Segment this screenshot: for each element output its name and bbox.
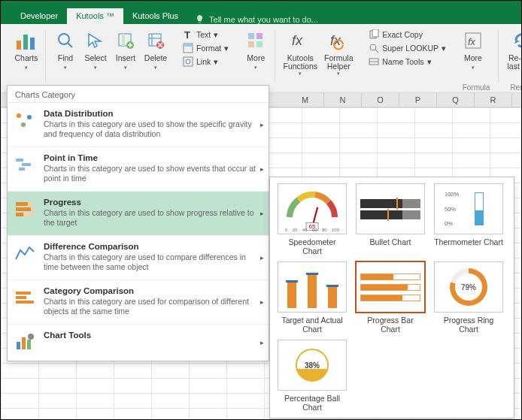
speedometer-icon <box>282 187 342 220</box>
svg-text:fx: fx <box>292 33 303 48</box>
svg-rect-15 <box>184 57 193 66</box>
chevron-right-icon: ▸ <box>260 254 264 261</box>
category-difference-comparison[interactable]: Difference ComparisonCharts in this cate… <box>8 236 269 280</box>
select-button[interactable]: Select▾ <box>80 27 111 71</box>
formula-helper-icon: fx <box>326 29 351 53</box>
chart-tools-icon <box>14 331 36 353</box>
chart-target-actual[interactable]: Target and Actual Chart <box>276 261 348 334</box>
title-bar <box>1 1 521 7</box>
svg-rect-46 <box>17 342 20 349</box>
text-icon: T <box>183 29 193 40</box>
svg-rect-1 <box>23 35 28 50</box>
more2-button[interactable]: fx More▾ <box>458 27 488 71</box>
format-button[interactable]: Format ▾ <box>180 42 232 54</box>
chart-bullet[interactable]: Bullet Chart <box>354 183 426 255</box>
svg-rect-14 <box>184 44 193 47</box>
svg-rect-34 <box>16 159 23 162</box>
tab-kutools[interactable]: Kutools ™ <box>67 8 123 24</box>
exact-copy-button[interactable]: Exact Copy <box>366 29 449 41</box>
more-icon <box>244 29 268 53</box>
svg-rect-47 <box>22 337 26 349</box>
insert-button[interactable]: Insert▾ <box>111 27 141 71</box>
svg-point-49 <box>28 334 34 340</box>
svg-point-32 <box>27 115 32 119</box>
name-tools-button[interactable]: Name Tools ▾ <box>366 56 449 68</box>
svg-point-16 <box>186 59 190 64</box>
delete-button[interactable]: Delete▾ <box>141 27 171 71</box>
super-lookup-button[interactable]: Super LOOKUP ▾ <box>366 42 449 54</box>
select-icon <box>83 29 108 53</box>
svg-rect-17 <box>248 33 254 39</box>
charts-icon <box>14 29 38 53</box>
difference-icon <box>14 242 36 264</box>
charts-category-title: Charts Category <box>8 86 269 103</box>
more-button[interactable]: More▾ <box>241 27 271 71</box>
svg-point-3 <box>59 34 69 44</box>
tab-developer[interactable]: Developer <box>11 8 67 24</box>
category-data-distribution[interactable]: Data DistributionCharts in this category… <box>8 103 269 147</box>
chart-progress-ring[interactable]: 79% Progress Ring Chart <box>432 261 505 334</box>
svg-line-4 <box>68 43 72 47</box>
category-chart-tools[interactable]: Chart Tools ▸ <box>8 325 269 361</box>
chart-speedometer[interactable]: 65 020406080100 Speedometer Chart <box>276 183 348 255</box>
svg-rect-35 <box>22 163 31 166</box>
chart-progress-bar[interactable]: Progress Bar Chart <box>354 261 426 334</box>
name-icon <box>369 56 379 67</box>
rerun-button[interactable]: Re-run last utili <box>503 27 522 71</box>
svg-point-33 <box>21 122 26 127</box>
format-icon <box>183 43 193 53</box>
svg-rect-0 <box>17 41 21 50</box>
chevron-right-icon: ▸ <box>260 121 264 128</box>
category-category-comparison[interactable]: Category ComparisonCharts in this catego… <box>8 280 269 325</box>
tell-me-search[interactable]: Tell me what you want to do... <box>195 14 318 24</box>
svg-rect-38 <box>16 202 28 206</box>
category-progress[interactable]: ProgressCharts in this category are used… <box>8 192 269 236</box>
svg-rect-19 <box>248 41 254 47</box>
progress-icon <box>14 198 36 220</box>
formula-group-label: Formula <box>454 83 499 92</box>
svg-rect-43 <box>16 292 31 295</box>
bulb-icon <box>195 14 205 24</box>
svg-rect-2 <box>30 38 35 50</box>
link-icon <box>183 56 193 67</box>
insert-icon <box>114 29 138 53</box>
chevron-right-icon: ▸ <box>260 298 264 306</box>
svg-rect-40 <box>16 207 31 211</box>
svg-point-31 <box>17 113 21 118</box>
tab-strip: Developer Kutools ™ Kutools Plus Tell me… <box>1 7 521 24</box>
formula-helper-button[interactable]: fx Formula Helper ▾ <box>320 27 357 77</box>
chevron-right-icon: ▸ <box>260 165 264 173</box>
charts-button[interactable]: Charts▾ <box>11 27 41 71</box>
kutools-functions-button[interactable]: fx Kutools Functions ▾ <box>280 27 320 77</box>
tab-kutools-plus[interactable]: Kutools Plus <box>123 8 187 24</box>
text-button[interactable]: TText ▾ <box>180 29 232 41</box>
fx-icon: fx <box>288 29 312 53</box>
svg-rect-48 <box>27 340 31 349</box>
ribbon: Charts▾ Find▾ Select▾ Insert▾ Delete▾ <box>1 24 521 93</box>
svg-rect-6 <box>122 34 125 46</box>
progress-charts-flyout: 65 020406080100 Speedometer Chart Bullet… <box>269 177 514 418</box>
delete-icon <box>144 29 168 53</box>
tell-me-placeholder: Tell me what you want to do... <box>209 15 318 24</box>
chart-thermometer[interactable]: 100%50%0% Thermometer Chart <box>432 183 505 255</box>
data-distribution-icon <box>14 109 36 131</box>
svg-line-26 <box>375 50 378 53</box>
charts-category-panel: Charts Category Data DistributionCharts … <box>7 85 269 361</box>
link-button[interactable]: Link ▾ <box>180 56 232 68</box>
svg-rect-44 <box>16 296 26 299</box>
chevron-right-icon: ▸ <box>260 210 264 217</box>
find-icon <box>53 29 77 53</box>
chevron-right-icon: ▸ <box>260 339 264 346</box>
category-comparison-icon <box>14 286 36 309</box>
find-button[interactable]: Find▾ <box>50 27 80 71</box>
svg-rect-42 <box>16 213 23 216</box>
svg-rect-20 <box>256 41 263 47</box>
category-point-in-time[interactable]: Point in TimeCharts in this category are… <box>8 147 269 192</box>
svg-point-25 <box>370 44 376 50</box>
charts-label: Charts▾ <box>15 54 38 71</box>
chart-percentage-ball[interactable]: 38% Percentage Ball Chart <box>276 340 348 412</box>
copy-icon <box>369 29 379 40</box>
rerun-group-label: Rerun <box>499 83 522 92</box>
lookup-icon <box>369 43 379 53</box>
svg-rect-45 <box>16 301 34 304</box>
